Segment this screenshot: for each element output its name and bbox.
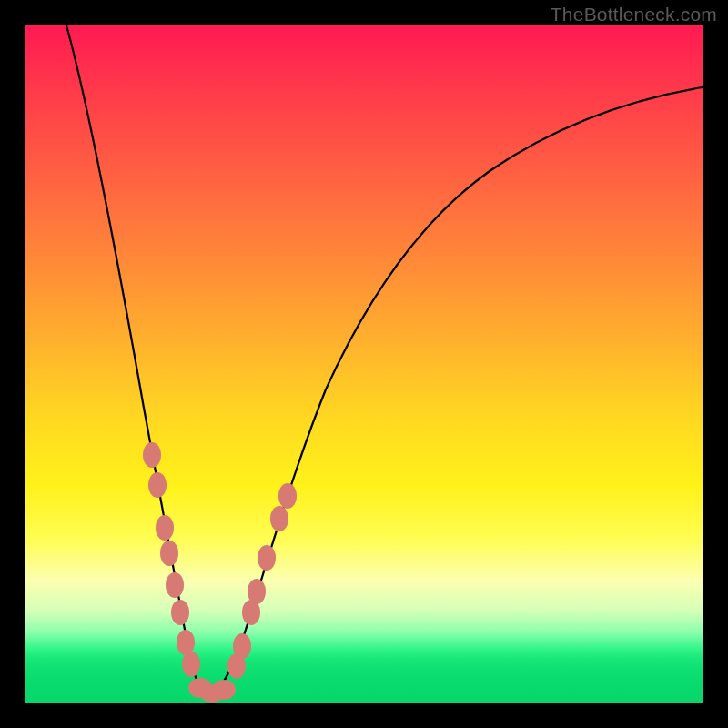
data-marker [148,472,167,498]
data-marker [166,572,184,598]
data-marker [248,579,266,604]
data-marker [177,630,195,655]
data-marker [212,680,236,700]
data-marker [258,545,276,571]
watermark-text: TheBottleneck.com [551,4,717,25]
curve-svg [25,25,703,703]
data-marker [233,633,251,659]
bottleneck-curve [66,25,703,695]
data-marker [171,600,189,625]
data-marker [278,483,297,509]
data-marker [160,541,178,566]
marker-group [143,442,297,703]
data-marker [270,506,288,531]
plot-area [25,25,703,703]
data-marker [156,515,174,541]
chart-frame: TheBottleneck.com [0,0,728,728]
data-marker [143,442,161,468]
data-marker [182,652,200,677]
